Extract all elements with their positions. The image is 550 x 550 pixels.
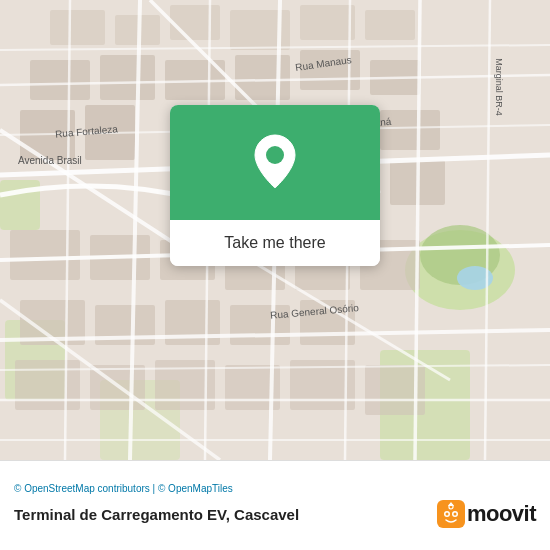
moovit-face-icon	[437, 500, 465, 528]
popup-tail	[268, 222, 284, 234]
svg-point-61	[266, 146, 284, 164]
svg-rect-22	[380, 110, 440, 150]
copyright-symbol: ©	[14, 483, 21, 494]
popup-card: Take me there	[170, 105, 380, 266]
moovit-logo: moovit	[437, 500, 536, 528]
app: Rua Fortaleza Avenida Brasil Rua Manaus …	[0, 0, 550, 550]
location-pin-icon	[250, 133, 300, 193]
moovit-text: moovit	[467, 501, 536, 527]
svg-rect-12	[300, 5, 355, 40]
place-title: Terminal de Carregamento EV, Cascavel	[14, 506, 299, 523]
svg-rect-33	[230, 305, 290, 345]
svg-rect-18	[300, 50, 360, 90]
bottom-bar: © OpenStreetMap contributors | © OpenMap…	[0, 460, 550, 550]
copyright-symbol-2: ©	[158, 483, 165, 494]
svg-rect-35	[15, 360, 80, 410]
openmaptiles-link[interactable]: OpenMapTiles	[168, 483, 233, 494]
map-container[interactable]: Rua Fortaleza Avenida Brasil Rua Manaus …	[0, 0, 550, 460]
bottom-info: Terminal de Carregamento EV, Cascavel mo…	[14, 500, 536, 528]
svg-rect-14	[30, 60, 90, 100]
svg-point-66	[453, 513, 456, 516]
svg-rect-13	[365, 10, 415, 40]
openstreetmap-link[interactable]: OpenStreetMap contributors	[24, 483, 150, 494]
copyright-text: © OpenStreetMap contributors | © OpenMap…	[14, 483, 536, 494]
svg-rect-10	[170, 5, 220, 40]
svg-rect-8	[50, 10, 105, 45]
svg-rect-24	[10, 230, 80, 280]
popup-green-area	[170, 105, 380, 220]
svg-rect-15	[100, 55, 155, 100]
svg-point-65	[445, 513, 448, 516]
